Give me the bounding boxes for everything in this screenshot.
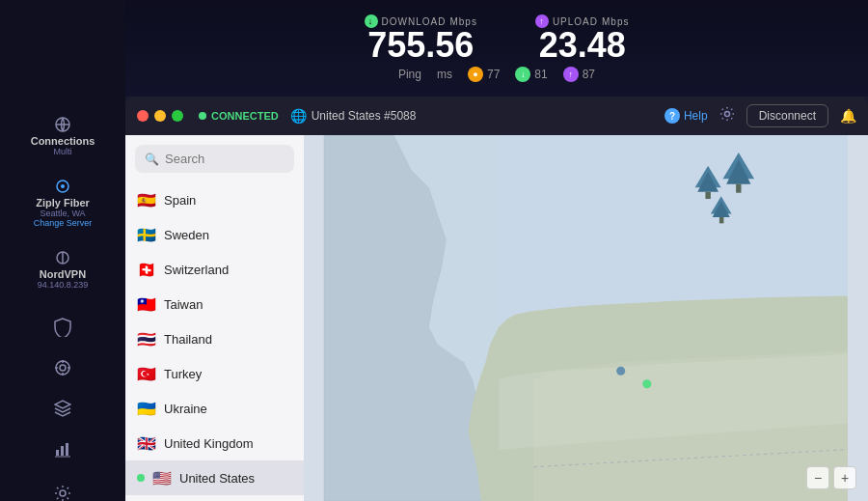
search-input[interactable] — [165, 152, 285, 166]
help-icon: ? — [665, 108, 680, 124]
country-name: Ukraine — [164, 402, 207, 416]
ping-value: 77 — [487, 68, 500, 81]
svg-point-18 — [724, 112, 729, 117]
isp-icon — [52, 176, 73, 197]
country-flag: 🇹🇼 — [137, 294, 156, 314]
search-box[interactable]: 🔍 — [135, 145, 294, 173]
svg-rect-12 — [61, 446, 64, 456]
svg-point-3 — [61, 184, 65, 188]
country-flag: 🇸🇪 — [137, 225, 156, 244]
sidebar-item-layers[interactable] — [0, 390, 125, 427]
country-item[interactable]: 🇺🇦Ukraine — [125, 391, 304, 426]
shield-icon — [52, 317, 73, 338]
country-item[interactable]: 🇸🇪Sweden — [125, 217, 304, 252]
svg-point-22 — [642, 379, 651, 388]
country-name: Thailand — [164, 332, 212, 347]
ping-gold-icon: ● — [468, 67, 483, 82]
country-flag: 🇬🇧 — [137, 433, 156, 453]
country-item[interactable]: 🇨🇭Switzerland — [125, 252, 304, 287]
traffic-lights — [137, 110, 183, 122]
countries-panel: 🔍 🇪🇸Spain🇸🇪Sweden🇨🇭Switzerland🇹🇼Taiwan🇹🇭… — [125, 135, 304, 501]
country-flag: 🇹🇷 — [137, 364, 156, 383]
sidebar-item-isp[interactable]: Ziply Fiber Seattle, WA Change Server — [0, 168, 125, 236]
connected-dot — [199, 112, 206, 120]
connections-label: Connections — [31, 135, 95, 147]
disconnect-button[interactable]: Disconnect — [746, 104, 828, 127]
svg-point-6 — [60, 365, 66, 371]
country-name: United Kingdom — [164, 436, 254, 451]
sidebar-item-settings[interactable] — [0, 475, 125, 501]
ping-green-icon: ↓ — [515, 67, 530, 82]
ping-download2: ↓ 81 — [515, 67, 547, 82]
country-item[interactable]: 🇹🇼Taiwan — [125, 287, 304, 321]
svg-rect-11 — [56, 450, 59, 456]
upload-stat: ↑ UPLOAD Mbps 23.48 — [535, 14, 630, 63]
country-flag: 🇨🇭 — [137, 260, 156, 279]
svg-point-5 — [56, 361, 69, 375]
vpn-label: NordVPN — [40, 268, 86, 280]
country-item[interactable]: 🇺🇸United States — [125, 460, 304, 495]
connected-badge: CONNECTED — [199, 110, 279, 122]
sidebar-item-chart[interactable] — [0, 431, 125, 467]
bell-icon[interactable]: 🔔 — [840, 108, 856, 124]
country-name: Turkey — [164, 367, 202, 381]
svg-rect-13 — [66, 443, 68, 456]
country-flag: 🇺🇦 — [137, 399, 156, 418]
country-item[interactable]: 🇻🇳Vietnam — [125, 495, 304, 501]
server-name: 🌐 United States #5088 — [290, 108, 417, 124]
settings-gear-icon[interactable] — [719, 106, 735, 125]
country-name: Switzerland — [164, 263, 229, 277]
country-name: Sweden — [164, 228, 209, 242]
sidebar-item-shield[interactable] — [0, 309, 125, 346]
ping-download: ● 77 — [468, 67, 500, 82]
close-button[interactable] — [137, 110, 149, 122]
connections-icon — [52, 114, 73, 135]
country-name: Taiwan — [164, 297, 203, 312]
ping-purple-icon: ↑ — [563, 67, 579, 82]
connected-text: CONNECTED — [211, 110, 279, 122]
help-label: Help — [684, 109, 708, 123]
ping-upload2: ↑ 87 — [563, 67, 595, 82]
download-ping: 81 — [534, 68, 547, 81]
countries-list: 🇪🇸Spain🇸🇪Sweden🇨🇭Switzerland🇹🇼Taiwan🇹🇭Th… — [125, 182, 304, 501]
upload-ping: 87 — [583, 68, 595, 81]
country-flag: 🇺🇸 — [152, 468, 172, 487]
target-icon — [52, 357, 73, 378]
server-name-text: United States #5088 — [312, 109, 417, 123]
globe-icon: 🌐 — [290, 108, 307, 124]
help-button[interactable]: ? Help — [665, 108, 708, 124]
layers-icon — [52, 398, 73, 419]
connections-sub: Multi — [53, 147, 71, 156]
map-controls: − + — [806, 466, 856, 489]
zoom-in-button[interactable]: + — [833, 466, 856, 489]
map-area: − + — [304, 135, 868, 501]
sidebar-item-vpn[interactable]: NordVPN 94.140.8.239 — [0, 239, 125, 297]
country-name: United States — [179, 471, 255, 486]
svg-rect-25 — [705, 192, 710, 199]
download-stat: ↓ DOWNLOAD Mbps 755.56 — [365, 14, 477, 63]
maximize-button[interactable] — [172, 110, 183, 122]
country-item[interactable]: 🇹🇭Thailand — [125, 321, 304, 356]
vpn-icon — [52, 247, 73, 268]
ping-unit: ms — [437, 68, 452, 81]
country-item[interactable]: 🇬🇧United Kingdom — [125, 426, 304, 460]
sidebar-item-connections[interactable]: Connections Multi — [0, 106, 125, 164]
upload-value: 23.48 — [539, 28, 626, 63]
country-item[interactable]: 🇪🇸Spain — [125, 182, 304, 217]
minimize-button[interactable] — [154, 110, 166, 122]
isp-label: Ziply Fiber — [36, 197, 90, 209]
chart-icon — [52, 438, 73, 459]
svg-point-15 — [60, 490, 66, 496]
download-value: 755.56 — [367, 28, 474, 63]
zoom-out-button[interactable]: − — [806, 466, 829, 489]
active-dot — [137, 474, 145, 482]
change-server-link[interactable]: Change Server — [34, 218, 93, 228]
svg-rect-28 — [736, 184, 741, 193]
vpn-ip: 94.140.8.239 — [38, 280, 89, 290]
sidebar-item-target[interactable] — [0, 349, 125, 386]
svg-rect-31 — [719, 217, 724, 223]
country-item[interactable]: 🇹🇷Turkey — [125, 356, 304, 391]
country-name: Spain — [164, 193, 196, 208]
country-flag: 🇪🇸 — [137, 190, 156, 209]
ping-label: Ping — [398, 68, 421, 81]
